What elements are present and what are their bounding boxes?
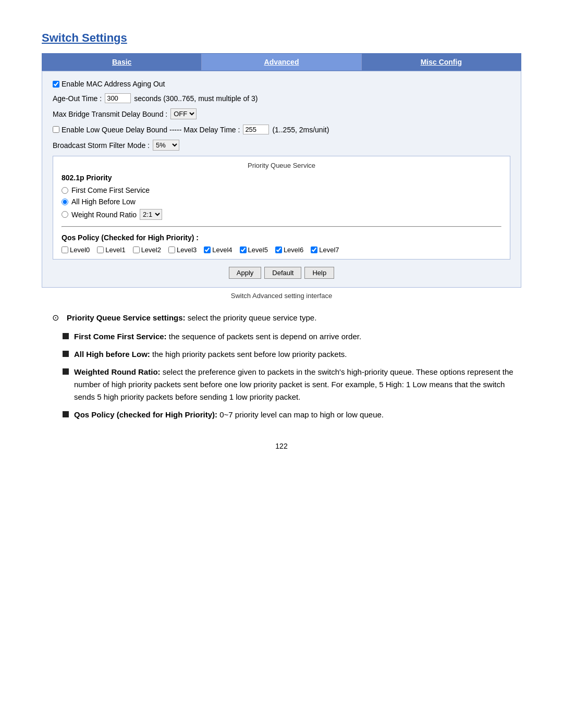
qos-divider <box>62 226 501 227</box>
age-out-suffix: seconds (300..765, must multiple of 3) <box>134 94 258 103</box>
max-bridge-select[interactable]: OFF1s2s4s <box>170 108 197 119</box>
priority-section: Priority Queue Service 802.1p Priority F… <box>53 156 510 260</box>
main-bullet-text: Priority Queue Service settings: select … <box>67 312 316 324</box>
radio-wrr-label: Weight Round Ratio <box>71 211 137 219</box>
max-bridge-label: Max Bridge Transmit Delay Bound : <box>53 110 167 118</box>
mac-aging-label[interactable]: Enable MAC Address Aging Out <box>53 80 165 88</box>
priority-heading: 802.1p Priority <box>62 174 501 182</box>
help-button[interactable]: Help <box>304 267 334 279</box>
bullet-section: ⊙ Priority Queue Service settings: selec… <box>42 312 521 421</box>
circle-bullet-icon: ⊙ <box>52 313 62 323</box>
qos-level4[interactable]: Level4 <box>204 246 232 254</box>
radio-fcfs-row: First Come First Service <box>62 186 501 194</box>
square-bullet-icon-4 <box>63 411 69 417</box>
list-item-qos: Qos Policy (checked for High Priority): … <box>63 409 521 421</box>
low-queue-label[interactable]: Enable Low Queue Delay Bound ----- Max D… <box>53 126 240 134</box>
priority-title: Priority Queue Service <box>62 162 501 169</box>
low-queue-checkbox[interactable] <box>53 126 59 133</box>
low-queue-suffix: (1..255, 2ms/unit) <box>272 126 329 134</box>
low-queue-input[interactable] <box>243 125 269 134</box>
radio-fcfs[interactable] <box>62 187 68 194</box>
broadcast-label: Broadcast Storm Filter Mode : <box>53 141 150 150</box>
caption: Switch Advanced setting interface <box>42 292 521 300</box>
qos-text: Qos Policy (checked for High Priority): … <box>74 409 384 421</box>
radio-ahbl-label: All High Before Low <box>71 198 136 206</box>
qos-level1[interactable]: Level1 <box>97 246 125 254</box>
radio-wrr-row: Weight Round Ratio 2:14:16:1 <box>62 209 501 220</box>
qos-level3[interactable]: Level3 <box>168 246 197 254</box>
list-item-ahbl: All High before Low: the high priority p… <box>63 348 521 361</box>
radio-fcfs-label: First Come First Service <box>71 186 150 194</box>
mac-aging-row: Enable MAC Address Aging Out <box>53 80 510 88</box>
tab-basic[interactable]: Basic <box>42 54 202 70</box>
low-queue-row: Enable Low Queue Delay Bound ----- Max D… <box>53 125 510 134</box>
qos-level6[interactable]: Level6 <box>275 246 303 254</box>
page-number: 122 <box>42 442 521 450</box>
qos-level2[interactable]: Level2 <box>133 246 161 254</box>
square-bullet-icon-3 <box>63 368 69 375</box>
radio-ahbl-row: All High Before Low <box>62 198 501 206</box>
button-row: Apply Default Help <box>53 267 510 279</box>
page-title: Switch Settings <box>42 31 521 45</box>
broadcast-row: Broadcast Storm Filter Mode : 5%10%15%20… <box>53 140 510 151</box>
apply-button[interactable]: Apply <box>229 267 262 279</box>
broadcast-select[interactable]: 5%10%15%20%25% <box>153 140 179 151</box>
age-out-label: Age-Out Time : <box>53 94 102 103</box>
settings-box: Enable MAC Address Aging Out Age-Out Tim… <box>42 71 521 288</box>
mac-aging-checkbox[interactable] <box>53 81 59 88</box>
radio-ahbl[interactable] <box>62 199 68 205</box>
fcfs-text: First Come First Service: the sequence o… <box>74 330 361 343</box>
sub-bullets: First Come First Service: the sequence o… <box>52 330 521 421</box>
age-out-input[interactable] <box>105 93 131 103</box>
list-item-wrr: Weighted Round Ratio: select the prefere… <box>63 366 521 403</box>
tab-bar: Basic Advanced Misc Config <box>42 53 521 71</box>
wrr-text: Weighted Round Ratio: select the prefere… <box>74 366 521 403</box>
radio-wrr[interactable] <box>62 211 68 218</box>
square-bullet-icon-2 <box>63 351 69 357</box>
max-bridge-row: Max Bridge Transmit Delay Bound : OFF1s2… <box>53 108 510 119</box>
main-bullet-normal: select the priority queue service type. <box>188 313 317 322</box>
wrr-select[interactable]: 2:14:16:1 <box>140 209 162 220</box>
main-bullet: ⊙ Priority Queue Service settings: selec… <box>52 312 521 324</box>
list-item-fcfs: First Come First Service: the sequence o… <box>63 330 521 343</box>
tab-advanced[interactable]: Advanced <box>202 54 361 70</box>
age-out-row: Age-Out Time : seconds (300..765, must m… <box>53 93 510 103</box>
qos-level0[interactable]: Level0 <box>62 246 90 254</box>
square-bullet-icon <box>63 333 69 339</box>
tab-misc[interactable]: Misc Config <box>362 54 521 70</box>
ahbl-text: All High before Low: the high priority p… <box>74 348 347 361</box>
qos-levels: Level0 Level1 Level2 Level3 Level4 Level… <box>62 246 501 254</box>
qos-level5[interactable]: Level5 <box>240 246 268 254</box>
main-bullet-bold: Priority Queue Service settings: <box>67 313 186 322</box>
default-button[interactable]: Default <box>264 267 301 279</box>
qos-level7[interactable]: Level7 <box>311 246 339 254</box>
qos-heading: Qos Policy (Checked for High Priority) : <box>62 233 501 242</box>
